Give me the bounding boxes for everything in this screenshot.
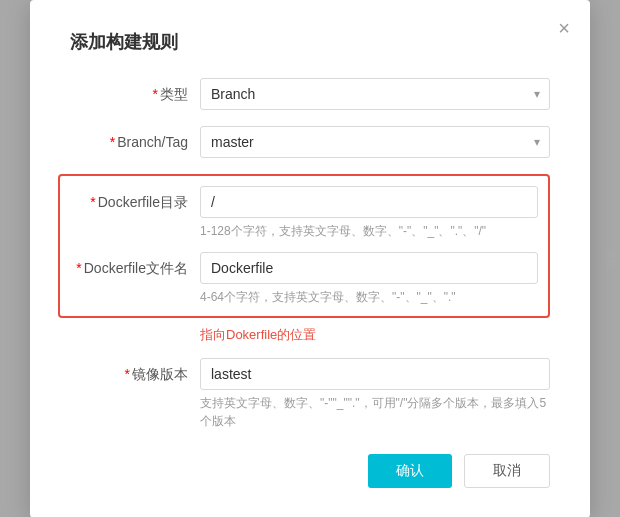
cancel-button[interactable]: 取消 xyxy=(464,454,550,488)
type-control: BranchTag ▾ xyxy=(200,78,550,110)
image-version-input[interactable] xyxy=(200,358,550,390)
type-select[interactable]: BranchTag xyxy=(200,78,550,110)
dockerfile-highlighted-group: *Dockerfile目录 1-128个字符，支持英文字母、数字、"-"、"_"… xyxy=(58,174,550,318)
right-side-hint: 像版 xyxy=(604,248,619,270)
dockerfile-dir-required-star: * xyxy=(90,194,95,210)
dockerfile-name-hint: 4-64个字符，支持英文字母、数字、"-"、"_"、"." xyxy=(200,288,538,306)
branch-tag-label: *Branch/Tag xyxy=(70,126,200,158)
dialog: 添加构建规则 × *类型 BranchTag ▾ *Branch/Tag mas… xyxy=(30,0,590,517)
image-version-required-star: * xyxy=(125,366,130,382)
image-version-control: 支持英文字母、数字、"-""_""."，可用"/"分隔多个版本，最多填入5个版本 xyxy=(200,358,550,430)
type-required-star: * xyxy=(153,86,158,102)
branch-tag-select[interactable]: masterdevelopmain xyxy=(200,126,550,158)
branch-tag-row: *Branch/Tag masterdevelopmain ▾ xyxy=(70,126,550,158)
confirm-button[interactable]: 确认 xyxy=(368,454,452,488)
dockerfile-dir-row: *Dockerfile目录 1-128个字符，支持英文字母、数字、"-"、"_"… xyxy=(70,186,538,240)
branch-tag-required-star: * xyxy=(110,134,115,150)
dockerfile-dir-control: 1-128个字符，支持英文字母、数字、"-"、"_"、"."、"/" xyxy=(200,186,538,240)
image-version-hint: 支持英文字母、数字、"-""_""."，可用"/"分隔多个版本，最多填入5个版本 xyxy=(200,394,550,430)
type-label: *类型 xyxy=(70,78,200,110)
branch-tag-select-wrap: masterdevelopmain ▾ xyxy=(200,126,550,158)
dockerfile-name-label: *Dockerfile文件名 xyxy=(70,252,200,284)
dockerfile-name-row: *Dockerfile文件名 4-64个字符，支持英文字母、数字、"-"、"_"… xyxy=(70,252,538,306)
dialog-title: 添加构建规则 xyxy=(70,30,550,54)
image-version-row: *镜像版本 支持英文字母、数字、"-""_""."，可用"/"分隔多个版本，最多… xyxy=(70,358,550,430)
type-row: *类型 BranchTag ▾ xyxy=(70,78,550,110)
dockerfile-dir-hint: 1-128个字符，支持英文字母、数字、"-"、"_"、"."、"/" xyxy=(200,222,538,240)
dockerfile-dir-input[interactable] xyxy=(200,186,538,218)
dockerfile-name-input[interactable] xyxy=(200,252,538,284)
dockerfile-link-hint[interactable]: 指向Dokerfile的位置 xyxy=(200,326,550,344)
image-version-label: *镜像版本 xyxy=(70,358,200,390)
dockerfile-name-control: 4-64个字符，支持英文字母、数字、"-"、"_"、"." xyxy=(200,252,538,306)
type-select-wrap: BranchTag ▾ xyxy=(200,78,550,110)
close-button[interactable]: × xyxy=(558,18,570,38)
dockerfile-dir-label: *Dockerfile目录 xyxy=(70,186,200,218)
dialog-footer: 确认 取消 xyxy=(70,454,550,488)
dockerfile-name-required-star: * xyxy=(76,260,81,276)
branch-tag-control: masterdevelopmain ▾ xyxy=(200,126,550,158)
